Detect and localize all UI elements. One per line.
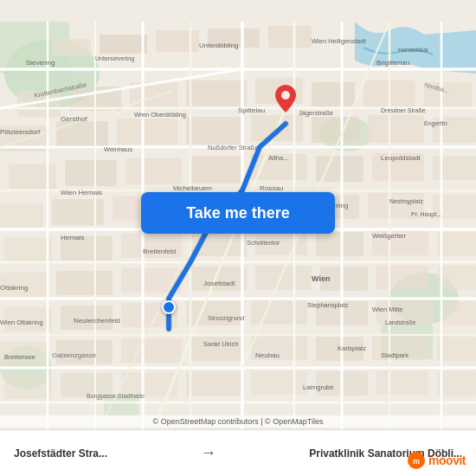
svg-rect-29 bbox=[9, 164, 56, 189]
svg-text:Untersievering: Untersievering bbox=[95, 55, 134, 62]
svg-text:Stadtpark: Stadtpark bbox=[381, 351, 408, 359]
svg-text:Wien Heiligenstadt: Wien Heiligenstadt bbox=[312, 37, 366, 45]
svg-text:m: m bbox=[413, 457, 420, 466]
svg-text:Neulerchenfeld: Neulerchenfeld bbox=[74, 317, 120, 325]
svg-text:Handelskai: Handelskai bbox=[398, 47, 428, 53]
svg-text:Laimgrube: Laimgrube bbox=[303, 383, 333, 391]
svg-text:Pötzleinsdorf: Pötzleinsdorf bbox=[0, 128, 41, 136]
svg-text:Breitenfeld: Breitenfeld bbox=[143, 248, 176, 255]
svg-rect-76 bbox=[437, 337, 476, 361]
svg-text:Brigittenau: Brigittenau bbox=[376, 59, 409, 67]
svg-rect-36 bbox=[433, 156, 476, 180]
svg-rect-80 bbox=[186, 371, 242, 396]
svg-rect-54 bbox=[56, 271, 113, 295]
svg-text:Leopoldstadt: Leopoldstadt bbox=[381, 154, 421, 162]
svg-text:Landstraße: Landstraße bbox=[385, 319, 416, 325]
svg-text:Neubau: Neubau bbox=[255, 351, 280, 359]
svg-rect-27 bbox=[368, 115, 424, 143]
svg-rect-18 bbox=[312, 82, 355, 106]
svg-text:Wien Ottakring: Wien Ottakring bbox=[0, 318, 43, 326]
svg-text:Sankt Ulrich: Sankt Ulrich bbox=[203, 340, 238, 348]
svg-text:Spittelau: Spittelau bbox=[238, 106, 265, 114]
svg-rect-84 bbox=[437, 371, 476, 396]
svg-text:Wien Hernals: Wien Hernals bbox=[61, 189, 102, 196]
svg-text:Strozzigrund: Strozzigrund bbox=[208, 314, 244, 322]
svg-rect-16 bbox=[186, 80, 247, 106]
svg-rect-30 bbox=[65, 160, 117, 186]
svg-text:Weinhaus: Weinhaus bbox=[104, 145, 132, 153]
svg-text:Wien Oberdöbling: Wien Oberdöbling bbox=[134, 111, 186, 119]
svg-rect-26 bbox=[312, 117, 359, 143]
svg-text:Nußdorfer Straße: Nußdorfer Straße bbox=[208, 144, 258, 151]
svg-text:Burggasse-Stadthalle: Burggasse-Stadthalle bbox=[87, 393, 145, 400]
destination-marker bbox=[275, 85, 296, 113]
svg-rect-71 bbox=[121, 338, 182, 363]
svg-text:Hernals: Hernals bbox=[61, 234, 85, 241]
svg-rect-59 bbox=[376, 266, 428, 290]
svg-text:Karlsplatz: Karlsplatz bbox=[338, 344, 366, 352]
svg-text:Unterdöbling: Unterdöbling bbox=[199, 42, 238, 49]
svg-rect-77 bbox=[4, 375, 52, 399]
svg-text:Wien: Wien bbox=[312, 274, 330, 283]
map-container: Sievering Untersievering Unterdöbling Wi… bbox=[0, 0, 476, 476]
svg-text:Breitensee: Breitensee bbox=[4, 353, 35, 361]
svg-text:Pr. Haupt...: Pr. Haupt... bbox=[411, 211, 441, 218]
svg-rect-60 bbox=[437, 266, 476, 290]
svg-rect-31 bbox=[125, 158, 182, 184]
svg-text:Gablenzgasse: Gablenzgasse bbox=[52, 351, 97, 359]
svg-text:Nestroyplatz: Nestroyplatz bbox=[389, 198, 423, 205]
svg-text:Altha...: Altha... bbox=[268, 154, 288, 162]
origin-marker bbox=[162, 300, 176, 314]
svg-rect-37 bbox=[0, 203, 43, 228]
moovit-logo: m moovit bbox=[408, 452, 466, 469]
svg-rect-65 bbox=[251, 300, 307, 325]
svg-text:Schottentor: Schottentor bbox=[247, 239, 280, 247]
svg-rect-50 bbox=[316, 232, 363, 256]
svg-rect-24 bbox=[186, 117, 242, 145]
take-me-there-button[interactable]: Take me there bbox=[141, 192, 335, 234]
moovit-text: moovit bbox=[428, 453, 466, 467]
svg-rect-81 bbox=[251, 370, 307, 395]
svg-text:Sievering: Sievering bbox=[26, 59, 55, 67]
svg-text:Josefstadt: Josefstadt bbox=[203, 280, 235, 287]
svg-rect-32 bbox=[190, 156, 242, 183]
svg-rect-12 bbox=[268, 26, 312, 48]
svg-rect-22 bbox=[56, 121, 108, 149]
svg-rect-8 bbox=[52, 39, 91, 56]
svg-text:Ottakring: Ottakring bbox=[0, 284, 28, 292]
origin-location: Josefstädter Stra... bbox=[14, 447, 107, 460]
svg-text:Jägerstraße: Jägerstraße bbox=[299, 109, 333, 117]
svg-rect-45 bbox=[4, 238, 52, 262]
direction-arrow: → bbox=[201, 444, 216, 462]
svg-point-155 bbox=[281, 91, 290, 100]
svg-rect-23 bbox=[117, 119, 177, 145]
svg-rect-10 bbox=[156, 30, 199, 52]
svg-rect-9 bbox=[100, 35, 147, 54]
svg-text:Stephansplatz: Stephansplatz bbox=[307, 301, 349, 309]
svg-rect-52 bbox=[437, 232, 476, 256]
svg-rect-68 bbox=[441, 301, 476, 325]
map-attribution: © OpenStreetMap contributors | © OpenMap… bbox=[0, 415, 476, 428]
svg-text:Michelbeuern: Michelbeuern bbox=[173, 184, 212, 192]
map-background: Sievering Untersievering Unterdöbling Wi… bbox=[0, 0, 476, 476]
svg-rect-83 bbox=[376, 370, 428, 395]
origin-name: Josefstädter Stra... bbox=[14, 447, 107, 460]
svg-text:Weißgerber: Weißgerber bbox=[372, 232, 407, 240]
svg-text:Wien Mitte: Wien Mitte bbox=[372, 306, 402, 313]
moovit-icon: m bbox=[408, 452, 425, 469]
svg-text:Dresdner Straße: Dresdner Straße bbox=[381, 107, 426, 113]
svg-text:Rossau: Rossau bbox=[260, 184, 283, 192]
svg-text:Gersthof: Gersthof bbox=[61, 115, 87, 123]
svg-text:Engerthr.: Engerthr. bbox=[424, 120, 448, 127]
bottom-bar: Josefstädter Stra... → Privatklinik Sana… bbox=[0, 429, 476, 476]
